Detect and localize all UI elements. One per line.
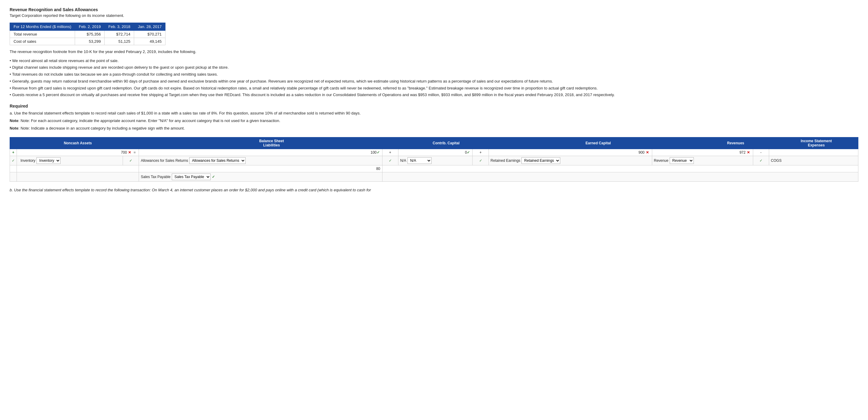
tax-acc-blank3 <box>382 172 858 182</box>
effects-row-accounts: ✓ Inventory Inventory ✓ Allowances for S… <box>10 156 858 165</box>
row1-col3: 49,145 <box>134 38 165 45</box>
effects-table-wrapper: Noncash Assets Balance SheetLiabilities … <box>10 137 858 182</box>
effects-row-tax-account: Sales Tax Payable Sales Tax Payable ✓ <box>10 172 858 182</box>
bullet-list: • We record almost all retail store reve… <box>10 58 858 99</box>
plus-icon-cell: + <box>10 149 17 156</box>
header-plus3-col <box>489 137 494 149</box>
tax-val: 80 <box>376 167 380 171</box>
tax-acc-cell: Sales Tax Payable Sales Tax Payable ✓ <box>139 172 382 182</box>
header-revenues: Revenues <box>703 137 769 149</box>
header-minus-col <box>769 137 774 149</box>
required-title: Required <box>10 104 858 108</box>
income-table: For 12 Months Ended ($ millions) Feb. 2,… <box>10 23 165 45</box>
income-col-header-0: For 12 Months Ended ($ millions) <box>10 23 75 31</box>
section-title: Revenue Recognition and Sales Allowances <box>10 7 858 12</box>
tax-liabilities-val: 80 <box>139 165 382 172</box>
liabilities-val-cell: 100 ✓ <box>139 149 382 156</box>
effects-row-values: + 700 ✕ = 100 ✓ + <box>10 149 858 156</box>
tax-blank2 <box>17 165 139 172</box>
table-row: Cost of sales 53,299 51,125 49,145 <box>10 38 165 45</box>
contrib-value: 0 <box>465 150 467 155</box>
contrib-account-cell: N/A N/A <box>398 156 472 165</box>
header-contrib-capital: Contrib. Capital <box>404 137 489 149</box>
row1-col1: 53,299 <box>75 38 104 45</box>
bullet-item-5: • Guests receive a 5 percent discount on… <box>10 92 858 98</box>
liabilities-account-label: Allowances for Sales Returns <box>141 159 188 163</box>
tax-account-label: Sales Tax Payable <box>141 175 170 179</box>
note1-bold: Note <box>10 119 19 123</box>
required-note2: Note: Note: Indicate a decrease in an ac… <box>10 125 858 132</box>
expenses-val-cell <box>769 149 858 156</box>
header-plus-col <box>10 137 17 149</box>
effects-table: Noncash Assets Balance SheetLiabilities … <box>10 137 858 182</box>
row0-col0: Total revenue <box>10 31 75 38</box>
noncash-account-select[interactable]: Inventory <box>36 157 61 164</box>
expenses-check-col: ✓ <box>753 156 769 165</box>
tax-blank1 <box>10 165 17 172</box>
plus3-cell: + <box>472 149 489 156</box>
header-plus2-col <box>398 137 404 149</box>
revenues-flag: ✕ <box>747 150 750 155</box>
note1-content: Note: For each account category, indicat… <box>21 119 280 123</box>
earned-flag: ✕ <box>646 150 649 155</box>
footnote-text: The revenue recognition footnote from th… <box>10 49 858 55</box>
row0-col1: $75,356 <box>75 31 104 38</box>
row1-col0: Cost of sales <box>10 38 75 45</box>
required-section: Required a. Use the financial statement … <box>10 104 858 131</box>
plus2-cell: + <box>382 149 398 156</box>
expenses-account-cell: COGS <box>769 156 858 165</box>
bullet-item-2: • Total revenues do not include sales ta… <box>10 71 858 78</box>
earned-account-select[interactable]: Retained Earnings <box>521 157 560 164</box>
contrib-account-select[interactable]: N/A <box>407 157 432 164</box>
row0-col2: $72,714 <box>104 31 134 38</box>
earned-check-col: ✓ <box>472 156 489 165</box>
contrib-val-cell: 0 ✓ <box>398 149 472 156</box>
contrib-account-label: N/A <box>400 159 406 163</box>
contrib-check-col: ✓ <box>382 156 398 165</box>
header-expenses: Income StatementExpenses <box>774 137 858 149</box>
noncash-value: 700 <box>121 150 127 155</box>
section-subtitle: Target Corporation reported the followin… <box>10 13 858 18</box>
row1-col2: 51,125 <box>104 38 134 45</box>
liabilities-value: 100 <box>371 150 377 155</box>
header-earned-capital: Earned Capital <box>494 137 702 149</box>
equals-sign: = <box>133 150 135 155</box>
income-col-header-1: Feb. 2, 2019 <box>75 23 104 31</box>
income-col-header-3: Jan. 28, 2017 <box>134 23 165 31</box>
earned-value: 900 <box>638 150 644 155</box>
tax-account-check: ✓ <box>212 175 215 179</box>
earned-account-cell: Retained Earnings Retained Earnings <box>489 156 652 165</box>
table-row: Total revenue $75,356 $72,714 $70,271 <box>10 31 165 38</box>
required-note1: Note: Note: For each account category, i… <box>10 118 858 124</box>
tax-acc-blank2 <box>17 172 139 182</box>
bullet-item-1: • Digital channel sales include shipping… <box>10 64 858 71</box>
bullet-item-3: • Generally, guests may return national … <box>10 78 858 85</box>
revenues-account-label: Revenue <box>654 159 669 163</box>
contrib-flag: ✓ <box>467 150 470 155</box>
minus-cell: - <box>753 149 769 156</box>
income-col-header-2: Feb. 3, 2018 <box>104 23 134 31</box>
noncash-account-cell: Inventory Inventory <box>17 156 123 165</box>
revenues-value: 972 <box>740 150 746 155</box>
note2-bold: Note <box>10 126 19 130</box>
tax-acc-blank1 <box>10 172 17 182</box>
bullet-item-4: • Revenue from gift card sales is recogn… <box>10 85 858 92</box>
tax-blank3 <box>382 165 858 172</box>
expenses-account-label: COGS <box>771 159 781 163</box>
row0-col3: $70,271 <box>134 31 165 38</box>
liabilities-account-select[interactable]: Allowances for Sales Returns <box>189 157 246 164</box>
required-text-a: a. Use the financial statement effects t… <box>10 110 858 117</box>
revenues-account-select[interactable]: Revenue <box>670 157 694 164</box>
bullet-item-0: • We record almost all retail store reve… <box>10 58 858 64</box>
effects-row-tax: 80 <box>10 165 858 172</box>
header-equals-col <box>139 137 145 149</box>
header-noncash-assets: Noncash Assets <box>17 137 139 149</box>
noncash-val-cell: 700 ✕ = <box>17 149 139 156</box>
liabilities-flag: ✓ <box>377 150 380 155</box>
noncash-check-col: ✓ <box>123 156 139 165</box>
revenues-account-cell: Revenue Revenue <box>652 156 753 165</box>
noncash-flag: ✕ <box>128 150 131 155</box>
bottom-text: b. Use the financial statement effects t… <box>10 187 858 193</box>
tax-account-select[interactable]: Sales Tax Payable <box>172 173 211 180</box>
noncash-account-label: Inventory <box>21 159 35 163</box>
